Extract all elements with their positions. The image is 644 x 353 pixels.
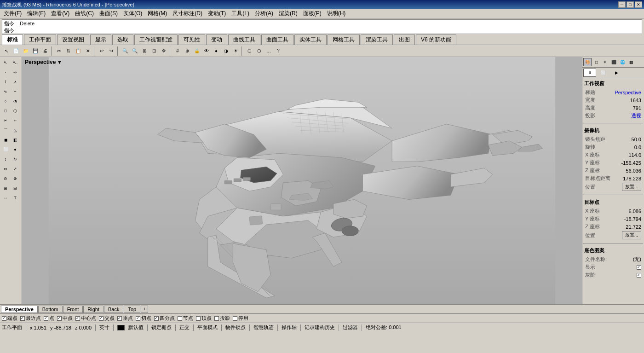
trim-btn[interactable]: ✂ [1,116,10,125]
tb-hide-icon[interactable]: 👁 [202,46,211,56]
vp-tab-perspective[interactable]: Perspective [1,306,38,313]
vp-tab-right[interactable]: Right [83,306,104,313]
menu-transform[interactable]: 变动(T) [205,9,229,18]
tab-visibility[interactable]: 可见性 [178,35,205,45]
tb-light-icon[interactable]: ☀ [231,46,240,56]
menu-surface[interactable]: 曲面(S) [97,9,121,18]
prop-proj-value[interactable]: 透视 [631,112,641,119]
menu-render[interactable]: 渲染(R) [276,9,300,18]
tb-new-icon[interactable]: 📄 [12,46,21,56]
tab-mesh-tools[interactable]: 网格工具 [328,35,360,45]
menu-tools[interactable]: 工具(L) [229,9,252,18]
tab-surface-tools[interactable]: 曲面工具 [261,35,293,45]
box-btn[interactable]: ⬜ [1,145,10,154]
menu-edit[interactable]: 编辑(E) [24,9,48,18]
tb-wire-icon[interactable]: ⬡ [245,46,254,56]
tab-transform[interactable]: 变动 [206,35,227,45]
arc-btn[interactable]: ◔ [11,97,20,106]
tb-redo-icon[interactable]: ↪ [107,46,116,56]
select-sub-btn[interactable]: ↖. [11,58,20,67]
props-icon-mat[interactable]: ⬛ [610,58,618,66]
status-record[interactable]: 记录建构历史 [305,324,335,331]
text-btn[interactable]: T [11,193,20,203]
tb-help-icon[interactable]: ? [274,46,283,56]
show-checkbox[interactable] [637,265,641,270]
tb-grid-icon[interactable]: # [173,46,182,56]
tab-display[interactable]: 显示 [90,35,111,45]
menu-mesh[interactable]: 网格(M) [145,9,170,18]
close-button[interactable]: ✕ [635,1,642,8]
tab-workplane[interactable]: 工作平面 [24,35,56,45]
sphere-btn[interactable]: ● [11,145,20,154]
props-tab-viewport[interactable]: 🖥 [583,69,596,77]
props-tab-obj2[interactable]: ⬜ [597,69,610,77]
tb-copy-icon[interactable]: ⎘ [64,46,73,56]
props-icon-obj[interactable]: ◻ [592,58,600,66]
snap-nearest-cb[interactable] [20,316,25,321]
tb-paste-icon[interactable]: 📋 [74,46,83,56]
menu-help[interactable]: 说明(H) [324,9,349,18]
tab-solid-tools[interactable]: 实体工具 [294,35,327,45]
snap-perp-cb[interactable] [117,316,122,321]
status-smart-track[interactable]: 智慧轨迹 [253,324,274,331]
vp-add-tab[interactable]: + [141,306,148,313]
tab-curve-tools[interactable]: 曲线工具 [228,35,260,45]
minimize-button[interactable]: ─ [618,1,626,8]
curve-btn[interactable]: ∿ [1,87,10,96]
array-btn[interactable]: ⊞ [1,184,10,193]
status-filter[interactable]: 过滤器 [343,324,358,331]
move-btn[interactable]: ↕ [1,155,10,164]
maximize-button[interactable]: □ [627,1,634,8]
tab-standard[interactable]: 标准 [2,35,23,45]
tb-zoom-out-icon[interactable]: 🔍 [130,46,139,56]
snap-knot-cb[interactable] [178,316,182,321]
chamfer-btn[interactable]: ◺ [11,126,20,135]
tb-cut-icon[interactable]: ✂ [54,46,63,56]
snap-vertex-cb[interactable] [196,316,201,321]
group-btn[interactable]: ⊟ [11,184,20,193]
snap-quad-cb[interactable] [154,316,159,321]
polygon-btn[interactable]: ⬡ [11,106,20,116]
tb-zoom-in-icon[interactable]: 🔍 [121,46,130,56]
tb-save-icon[interactable]: 💾 [31,46,40,56]
viewport-arrow[interactable]: ▼ [57,59,62,65]
snap-tan-cb[interactable] [136,316,140,321]
tab-setview[interactable]: 设置视图 [57,35,89,45]
gray-checkbox[interactable] [637,273,641,278]
surf2-btn[interactable]: ◧ [11,135,20,145]
tb-pan-icon[interactable]: ✥ [159,46,168,56]
perspective-viewport[interactable]: Perspective ▼ [22,57,582,304]
tb-undo-icon[interactable]: ↩ [97,46,106,56]
rotate-btn[interactable]: ↻ [11,155,20,164]
scale-btn[interactable]: ⤢ [11,164,20,174]
tb-open-icon[interactable]: 📁 [21,46,30,56]
tab-render-tools[interactable]: 渲染工具 [361,35,393,45]
tb-zoom-all-icon[interactable]: ⊡ [150,46,159,56]
point2-btn[interactable]: ⊹ [11,68,20,77]
props-icon-env[interactable]: 🌐 [618,58,627,66]
status-snap-lock[interactable]: 锁定栅点 [151,324,172,331]
snap-intersect-cb[interactable] [99,316,104,321]
cp2-btn[interactable]: ⊗ [11,174,20,183]
tb-select-icon[interactable]: ↖ [2,46,11,56]
tb-lock-icon[interactable]: 🔒 [192,46,201,56]
tb-render-icon[interactable]: ● [212,46,221,56]
menu-dimension[interactable]: 尺寸标注(D) [170,9,205,18]
props-icon-render[interactable]: 🎨 [583,58,592,66]
tab-viewport-config[interactable]: 工作视窗配置 [134,35,178,45]
tb-print-icon[interactable]: 🖨 [40,46,50,56]
status-plane-mode[interactable]: 平面模式 [197,324,218,331]
menu-analyze[interactable]: 分析(A) [252,9,276,18]
snap-proj-cb[interactable] [214,316,219,321]
place-button[interactable]: 放置... [622,183,641,191]
circle-btn[interactable]: ○ [1,97,10,106]
vp-tab-front[interactable]: Front [63,306,83,313]
status-gumball[interactable]: 操作轴 [282,324,297,331]
snap-midpoint-cb[interactable] [57,316,62,321]
status-obj-snap[interactable]: 物件锁点 [225,324,246,331]
status-ortho[interactable]: 正交 [179,324,190,331]
tb-material-icon[interactable]: ◑ [221,46,230,56]
select-btn[interactable]: ↖ [1,58,10,67]
menu-panel[interactable]: 面板(P) [300,9,324,18]
extend-btn[interactable]: ↔ [11,116,20,125]
